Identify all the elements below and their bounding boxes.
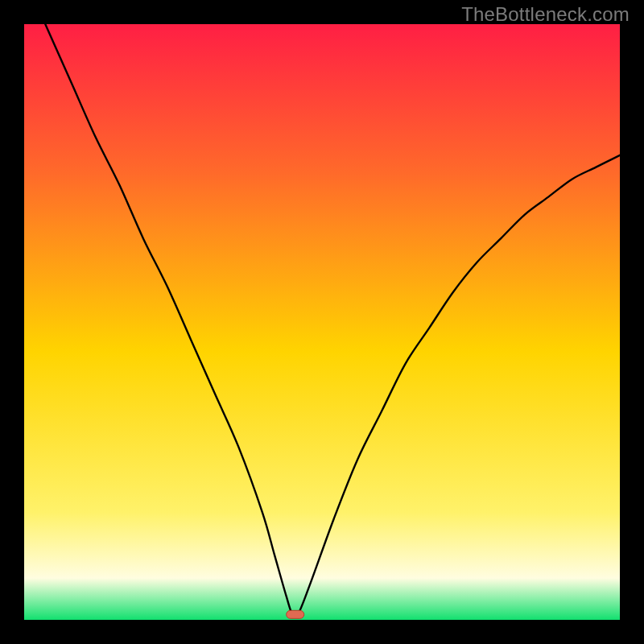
chart-frame: TheBottleneck.com (0, 0, 644, 644)
plot-area (24, 24, 620, 620)
gradient-background (24, 24, 620, 620)
watermark-text: TheBottleneck.com (461, 3, 630, 26)
plot-svg (24, 24, 620, 620)
optimal-marker (287, 610, 304, 618)
